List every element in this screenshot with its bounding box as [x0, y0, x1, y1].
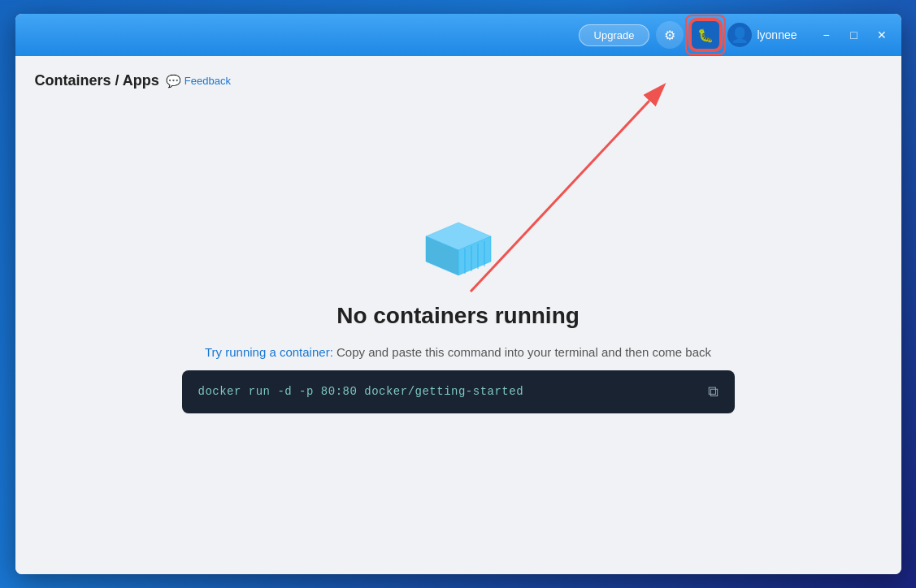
avatar: 👤: [727, 23, 752, 47]
container-illustration: [418, 218, 499, 283]
minimize-button[interactable]: −: [817, 25, 836, 45]
feedback-label: Feedback: [185, 75, 231, 87]
command-text: docker run -d -p 80:80 docker/getting-st…: [198, 385, 524, 398]
command-box: docker run -d -p 80:80 docker/getting-st…: [182, 370, 735, 413]
user-menu-button[interactable]: 👤 lyonnee: [727, 23, 797, 47]
content-area: Containers / Apps 💬 Feedback: [15, 56, 901, 574]
titlebar: Upgrade ⚙ 🐛 👤 lyonnee − □ ✕: [15, 14, 901, 56]
main-window: Upgrade ⚙ 🐛 👤 lyonnee − □ ✕: [15, 14, 901, 574]
bug-icon: 🐛: [697, 28, 714, 43]
breadcrumb-text: Containers / Apps: [35, 72, 159, 89]
copy-command-button[interactable]: ⧉: [708, 383, 718, 400]
bug-button[interactable]: 🐛: [690, 19, 721, 50]
maximize-button[interactable]: □: [844, 25, 864, 45]
copy-icon: ⧉: [708, 383, 718, 400]
try-running-text: Try running a container: Copy and paste …: [205, 345, 711, 359]
close-button[interactable]: ✕: [872, 25, 892, 45]
feedback-bubble-icon: 💬: [166, 74, 181, 89]
settings-button[interactable]: ⚙: [656, 21, 684, 49]
feedback-link[interactable]: 💬 Feedback: [166, 74, 231, 89]
account-icon: 👤: [731, 26, 749, 44]
settings-icon: ⚙: [664, 28, 675, 43]
bug-btn-wrapper: 🐛: [690, 19, 721, 50]
upgrade-button[interactable]: Upgrade: [579, 24, 650, 46]
breadcrumb: Containers / Apps 💬 Feedback: [15, 56, 901, 89]
no-containers-title: No containers running: [336, 303, 580, 329]
try-highlight: Try running a container:: [205, 345, 336, 359]
window-controls: − □ ✕: [817, 25, 892, 45]
titlebar-controls: Upgrade ⚙ 🐛 👤 lyonnee − □ ✕: [579, 19, 892, 50]
main-center-content: No containers running Try running a cont…: [15, 89, 901, 574]
username-label: lyonnee: [757, 28, 797, 41]
